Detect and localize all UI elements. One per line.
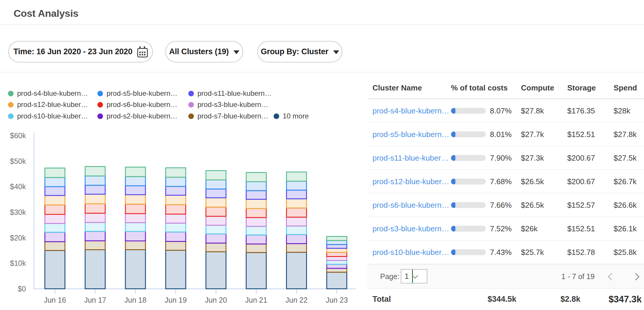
bar-segment[interactable] [206,234,226,243]
bar-segment[interactable] [85,176,105,185]
legend-item[interactable]: prod-s4-blue-kubern… [8,89,88,98]
previous-page-button[interactable] [608,273,615,280]
bar-segment[interactable] [85,241,105,250]
bar-segment[interactable] [287,244,307,252]
bar-segment[interactable] [287,217,307,226]
cluster-name-link[interactable]: prod-s6-blue-kubern… [372,193,449,217]
bar-segment[interactable] [287,172,307,181]
bar-segment[interactable] [327,272,347,289]
bar-segment[interactable] [85,204,105,213]
legend-item[interactable]: prod-s6-blue-kubern… [97,100,177,109]
bar-segment[interactable] [45,250,65,289]
bar-segment[interactable] [85,250,105,289]
bar-segment[interactable] [166,195,186,205]
cluster-name-link[interactable]: prod-s11-blue-kuber… [372,146,449,170]
next-page-button[interactable] [632,273,639,280]
legend-item[interactable]: prod-s11-blue-kubern… [188,89,272,98]
page-select[interactable]: 1 [401,269,427,283]
bar-segment[interactable] [125,186,146,194]
legend-item[interactable]: prod-s7-blue-kubern… [188,112,268,120]
bar-segment[interactable] [85,194,105,204]
cluster-name-link[interactable]: prod-s5-blue-kubern… [372,123,449,146]
bar-segment[interactable] [166,250,186,289]
bar-segment[interactable] [125,232,146,241]
bar-segment[interactable] [166,223,186,232]
bar-segment[interactable] [166,241,186,250]
bar-segment[interactable] [85,213,105,222]
bar-segment[interactable] [287,190,307,199]
bar-segment[interactable] [206,225,226,234]
bar-segment[interactable] [287,252,307,289]
cluster-name-link[interactable]: prod-s4-blue-kubern… [372,99,449,123]
legend-item[interactable]: prod-s5-blue-kubern… [97,89,177,98]
bar-segment[interactable] [45,205,65,214]
bar-segment[interactable] [246,226,266,235]
bar-segment[interactable] [45,187,65,195]
legend-item[interactable]: prod-s10-blue-kuber… [8,112,88,120]
bar-segment[interactable] [206,207,226,216]
bar-segment[interactable] [166,214,186,223]
bar-segment[interactable] [287,208,307,217]
bar-segment[interactable] [85,166,105,176]
bar-segment[interactable] [206,243,226,252]
bar-segment[interactable] [45,232,65,242]
legend-item[interactable]: prod-s2-blue-kubern… [97,112,177,120]
bar-segment[interactable] [45,195,65,205]
bar-segment[interactable] [166,187,186,195]
bar-segment[interactable] [246,199,266,208]
legend-item[interactable]: 10 more [274,112,309,120]
bar-segment[interactable] [45,214,65,223]
legend-item[interactable]: prod-s3-blue-kubern… [188,100,268,109]
bar-segment[interactable] [287,235,307,244]
bar-segment[interactable] [287,226,307,235]
bar-segment[interactable] [246,235,266,244]
bar-segment[interactable] [85,222,105,231]
bar-segment[interactable] [327,240,347,244]
bar-segment[interactable] [125,241,146,250]
clusters-filter[interactable]: All Clusters (19) [165,41,243,62]
bar-segment[interactable] [206,189,226,198]
bar-segment[interactable] [246,209,266,218]
group-by-filter[interactable]: Group By: Cluster [257,41,342,62]
bar-segment[interactable] [166,232,186,241]
bar-segment[interactable] [206,198,226,207]
bar-segment[interactable] [166,177,186,186]
bar-segment[interactable] [125,250,146,289]
bar-segment[interactable] [206,252,226,289]
bar-segment[interactable] [206,180,226,189]
cluster-name-link[interactable]: prod-s10-blue-kuber… [372,240,449,264]
bar-segment[interactable] [327,256,347,260]
bar-segment[interactable] [45,168,65,177]
bar-segment[interactable] [246,172,266,182]
bar-segment[interactable] [125,177,146,186]
bar-segment[interactable] [85,185,105,194]
bar-segment[interactable] [125,223,146,232]
bar-segment[interactable] [246,217,266,226]
bar-segment[interactable] [125,204,146,214]
bar-segment[interactable] [206,171,226,180]
bar-segment[interactable] [327,264,347,268]
bar-segment[interactable] [166,168,186,177]
bar-segment[interactable] [287,181,307,190]
bar-segment[interactable] [327,253,347,257]
bar-segment[interactable] [45,177,65,187]
legend-item[interactable]: prod-s12-blue-kuber… [8,100,88,109]
time-range-filter[interactable]: Time: 16 Jun 2020 - 23 Jun 2020 [8,41,153,62]
bar-segment[interactable] [327,236,347,240]
bar-segment[interactable] [327,245,347,248]
bar-segment[interactable] [45,223,65,232]
bar-segment[interactable] [246,182,266,191]
bar-segment[interactable] [287,199,307,208]
bar-segment[interactable] [125,195,146,204]
bar-segment[interactable] [45,242,65,250]
cluster-name-link[interactable]: prod-s12-blue-kuber… [372,170,449,193]
cluster-name-link[interactable]: prod-s3-blue-kubern… [372,217,449,240]
bar-segment[interactable] [166,205,186,214]
bar-segment[interactable] [125,167,146,177]
bar-segment[interactable] [246,244,266,253]
bar-segment[interactable] [206,216,226,225]
bar-segment[interactable] [327,260,347,264]
bar-segment[interactable] [125,214,146,223]
bar-segment[interactable] [85,231,105,241]
bar-segment[interactable] [327,248,347,253]
